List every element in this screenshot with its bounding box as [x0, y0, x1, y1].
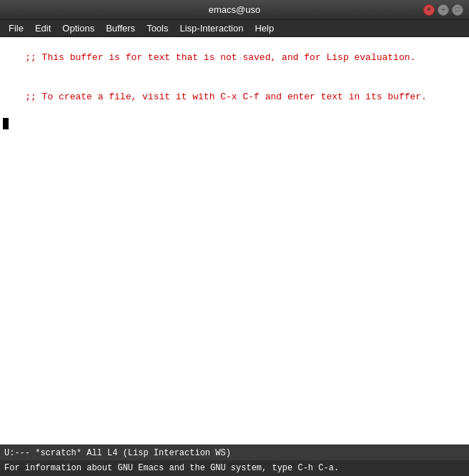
window-controls: × − □ [423, 4, 463, 16]
echoarea-text: For information about GNU Emacs and the … [4, 463, 339, 473]
echoarea: For information about GNU Emacs and the … [0, 460, 469, 476]
cursor-line [3, 118, 466, 129]
menu-options[interactable]: Options [56, 21, 100, 35]
menu-file[interactable]: File [3, 21, 29, 35]
menu-tools[interactable]: Tools [141, 21, 174, 35]
close-button[interactable]: × [423, 4, 435, 16]
menu-edit[interactable]: Edit [29, 21, 56, 35]
titlebar-title: emacs@uso [209, 4, 260, 15]
menu-buffers[interactable]: Buffers [100, 21, 141, 35]
text-cursor [3, 118, 9, 129]
maximize-button[interactable]: □ [452, 4, 463, 16]
menu-help[interactable]: Help [249, 21, 280, 35]
titlebar: emacs@uso × − □ [0, 0, 469, 20]
menu-lisp-interaction[interactable]: Lisp-Interaction [174, 21, 249, 35]
modeline: U:--- *scratch* All L4 (Lisp Interaction… [0, 445, 469, 460]
editor[interactable]: ;; This buffer is for text that is not s… [0, 37, 469, 445]
minimize-button[interactable]: − [438, 4, 449, 16]
editor-text: ;; This buffer is for text that is not s… [3, 39, 466, 116]
modeline-text: U:--- *scratch* All L4 (Lisp Interaction… [4, 448, 231, 458]
menubar: File Edit Options Buffers Tools Lisp-Int… [0, 20, 469, 37]
